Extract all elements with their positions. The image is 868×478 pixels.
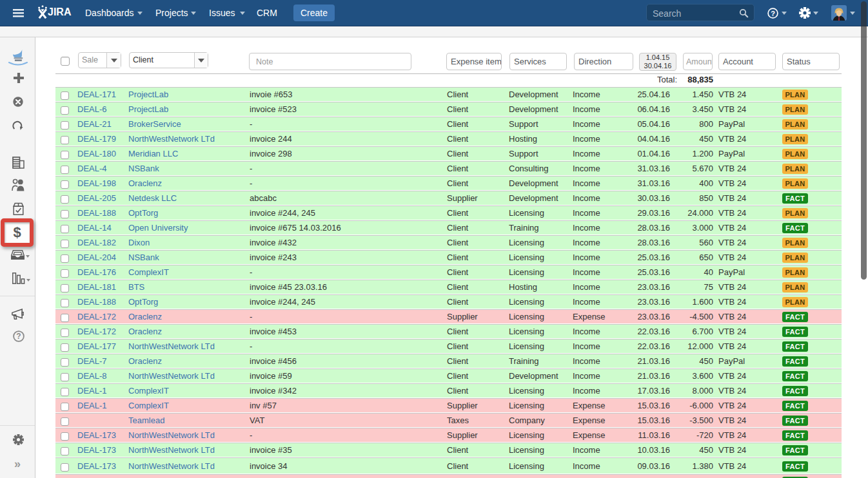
svg-text:?: ? (771, 10, 775, 17)
svg-text:?: ? (16, 332, 21, 341)
